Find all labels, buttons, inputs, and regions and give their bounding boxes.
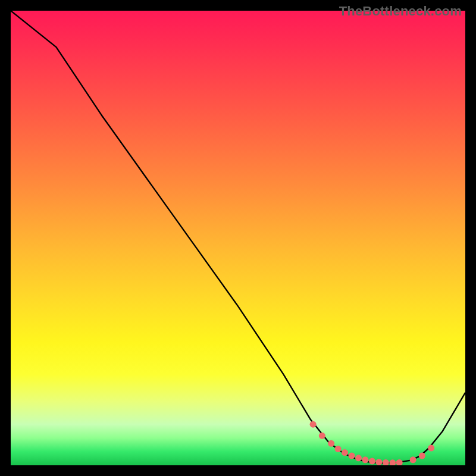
sweet-spot-dot — [335, 446, 342, 452]
sweet-spot-dot — [369, 458, 375, 465]
sweet-spot-dot — [310, 421, 317, 428]
watermark-text: TheBottleneck.com — [339, 4, 462, 19]
sweet-spot-dot — [328, 440, 334, 447]
sweet-spot-dot — [428, 445, 434, 452]
bottleneck-curve-line — [11, 11, 465, 463]
sweet-spot-dots — [310, 421, 435, 465]
sweet-spot-dot — [410, 456, 416, 463]
sweet-spot-dot — [396, 459, 403, 465]
viewport: TheBottleneck.com — [0, 0, 476, 476]
sweet-spot-dot — [342, 449, 348, 456]
chart-area — [11, 11, 465, 465]
sweet-spot-dot — [355, 455, 362, 461]
sweet-spot-dot — [319, 433, 325, 439]
sweet-spot-dot — [419, 453, 425, 459]
sweet-spot-dot — [383, 459, 389, 465]
sweet-spot-dot — [349, 453, 355, 459]
chart-svg — [11, 11, 465, 465]
sweet-spot-dot — [362, 456, 368, 463]
sweet-spot-dot — [389, 459, 396, 465]
sweet-spot-dot — [375, 459, 382, 465]
